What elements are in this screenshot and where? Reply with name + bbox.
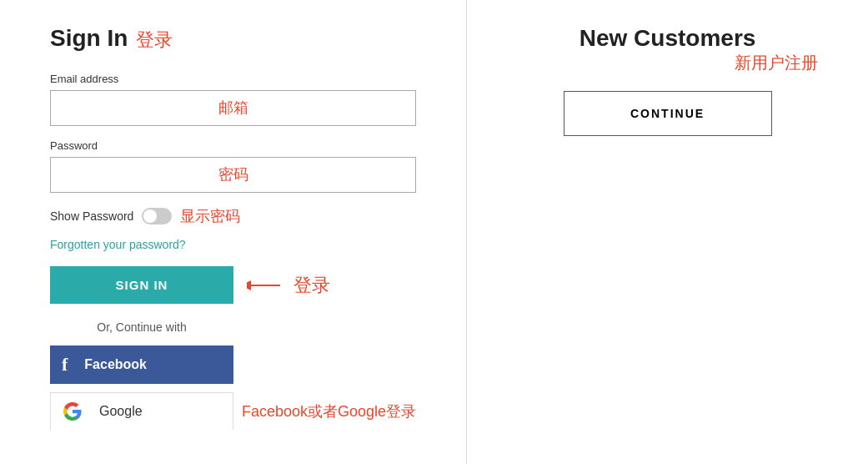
google-label: Google — [99, 404, 143, 419]
sign-in-title: Sign In — [50, 25, 128, 52]
google-row: Google Facebook或者Google登录 — [50, 392, 416, 430]
sign-in-title-cn: 登录 — [136, 28, 173, 53]
facebook-icon: f — [62, 354, 68, 376]
right-panel: New Customers 新用户注册 CONTINUE — [467, 0, 868, 464]
sign-in-header: Sign In 登录 — [50, 25, 416, 53]
new-customers-header: New Customers 新用户注册 — [517, 25, 818, 74]
left-panel: Sign In 登录 Email address Password Show P… — [0, 0, 467, 464]
show-password-row: Show Password 显示密码 — [50, 206, 416, 226]
show-password-cn: 显示密码 — [180, 206, 240, 226]
google-icon — [63, 401, 83, 421]
show-password-toggle[interactable] — [142, 208, 172, 224]
email-input[interactable] — [50, 90, 416, 126]
sign-in-annotation: 登录 — [247, 273, 330, 298]
social-cn: Facebook或者Google登录 — [242, 401, 416, 421]
continue-button[interactable]: CONTINUE — [564, 91, 772, 136]
sign-in-button[interactable]: SIGN IN — [50, 266, 233, 304]
password-label: Password — [50, 139, 416, 152]
facebook-label: Facebook — [84, 357, 147, 372]
arrow-icon — [247, 273, 288, 298]
facebook-button[interactable]: f Facebook — [50, 345, 233, 384]
show-password-label: Show Password — [50, 209, 133, 223]
new-customers-title: New Customers — [517, 25, 818, 52]
password-input[interactable] — [50, 157, 416, 193]
or-continue-text: Or, Continue with — [50, 320, 233, 334]
sign-in-row: SIGN IN 登录 — [50, 266, 416, 304]
new-customers-title-cn: 新用户注册 — [517, 52, 818, 74]
sign-in-cn: 登录 — [294, 273, 330, 298]
forgot-password-link[interactable]: Forgotten your password? — [50, 238, 416, 251]
google-button[interactable]: Google — [50, 392, 233, 430]
email-label: Email address — [50, 73, 416, 85]
